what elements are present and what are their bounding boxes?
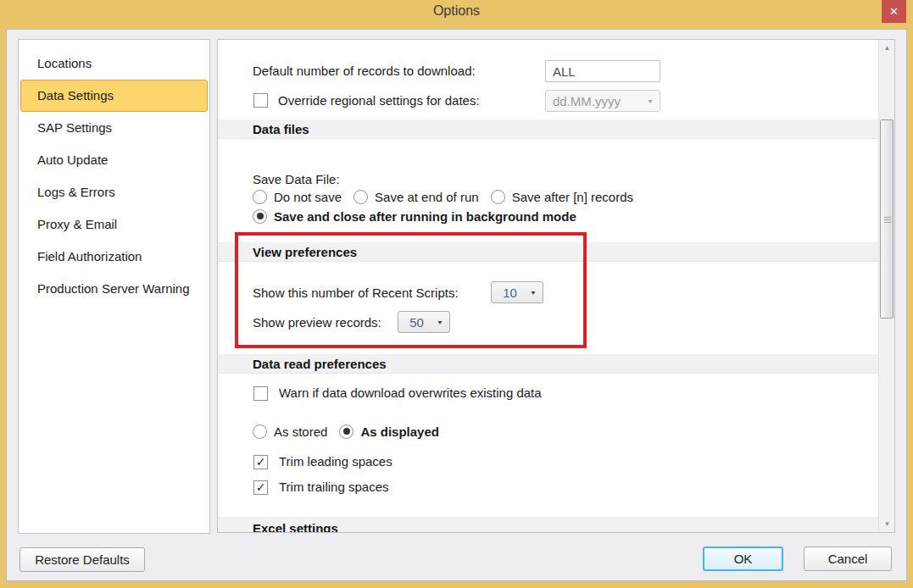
radio-as-stored[interactable]: As stored: [253, 422, 327, 441]
recent-scripts-dropdown[interactable]: 10 ▼: [491, 281, 543, 303]
title-bar: Options: [0, 0, 913, 29]
section-header-excel-settings: Excel settings: [218, 517, 879, 533]
scroll-up-button[interactable]: ▲: [880, 41, 894, 55]
cancel-button[interactable]: Cancel: [804, 546, 892, 571]
default-records-input[interactable]: [545, 60, 660, 82]
recent-scripts-label: Show this number of Recent Scripts:: [253, 284, 459, 302]
scrollbar-grip-icon: [884, 219, 891, 220]
sidebar-item-proxy-email[interactable]: Proxy & Email: [20, 208, 208, 241]
radio-label: Save at end of run: [375, 190, 479, 204]
preview-records-value: 50: [398, 315, 435, 330]
save-data-file-label: Save Data File:: [253, 170, 340, 189]
radio-save-and-close-background[interactable]: Save and close after running in backgrou…: [253, 207, 576, 225]
section-header-data-files: Data files: [218, 119, 879, 139]
data-read-radio-group: As stored As displayed: [253, 422, 439, 441]
sidebar-nav: Locations Data Settings SAP Settings Aut…: [18, 39, 210, 534]
sidebar-item-auto-update[interactable]: Auto Update: [20, 144, 208, 176]
scrollbar[interactable]: ▲ ▼: [878, 40, 894, 532]
save-data-file-radio-group: Do not save Save at end of run Save afte…: [253, 187, 633, 206]
radio-icon: [354, 190, 368, 204]
radio-label: As stored: [274, 424, 327, 439]
chevron-down-icon: ▼: [528, 289, 543, 296]
preview-records-dropdown[interactable]: 50 ▼: [398, 311, 450, 333]
warn-overwrite-label: Warn if data download overwrites existin…: [279, 384, 542, 402]
radio-icon: [253, 190, 267, 204]
radio-icon: [253, 424, 267, 439]
radio-label: As displayed: [360, 424, 439, 439]
sidebar-item-production-server-warning[interactable]: Production Server Warning: [20, 273, 208, 305]
section-header-view-preferences: View preferences: [218, 242, 879, 262]
radio-selected-icon: [339, 424, 354, 439]
trim-trailing-checkbox[interactable]: ✓: [253, 480, 268, 495]
preview-records-label: Show preview records:: [253, 313, 381, 332]
radio-do-not-save[interactable]: Do not save: [253, 187, 342, 206]
sidebar-item-field-authorization[interactable]: Field Authorization: [20, 241, 208, 273]
date-format-dropdown: dd.MM.yyyy ▼: [545, 90, 660, 112]
radio-selected-icon: [253, 209, 267, 224]
settings-panel: Default number of records to download: O…: [217, 39, 895, 533]
sidebar-item-locations[interactable]: Locations: [20, 47, 208, 80]
window-title: Options: [0, 3, 913, 19]
scroll-down-icon: ▼: [884, 520, 891, 528]
sidebar-item-data-settings[interactable]: Data Settings: [20, 80, 208, 112]
radio-label: Save and close after running in backgrou…: [274, 209, 576, 224]
dialog-body: Locations Data Settings SAP Settings Aut…: [6, 29, 907, 581]
settings-content: Default number of records to download: O…: [218, 40, 879, 532]
sidebar-item-logs-errors[interactable]: Logs & Errors: [20, 176, 208, 208]
radio-label: Save after [n] records: [512, 190, 633, 204]
save-data-file-radio-group-row2: Save and close after running in backgrou…: [253, 207, 576, 225]
check-icon: ✓: [256, 481, 266, 493]
section-header-data-read-preferences: Data read preferences: [218, 354, 879, 374]
warn-overwrite-checkbox[interactable]: [253, 386, 268, 401]
default-records-label: Default number of records to download:: [253, 62, 476, 80]
scroll-up-icon: ▲: [884, 44, 891, 52]
restore-defaults-button[interactable]: Restore Defaults: [19, 547, 145, 572]
radio-save-after-n-records[interactable]: Save after [n] records: [491, 187, 633, 206]
radio-as-displayed[interactable]: As displayed: [339, 422, 439, 441]
ok-button[interactable]: OK: [703, 546, 783, 571]
radio-icon: [491, 190, 505, 204]
chevron-down-icon: ▼: [645, 97, 660, 104]
chevron-down-icon: ▼: [435, 319, 449, 325]
trim-trailing-label: Trim trailing spaces: [279, 478, 388, 496]
scrollbar-thumb[interactable]: [880, 119, 894, 319]
override-dates-label: Override regional settings for dates:: [278, 92, 480, 110]
radio-save-at-end-of-run[interactable]: Save at end of run: [354, 187, 479, 206]
close-button[interactable]: ✕: [882, 0, 906, 23]
date-format-value: dd.MM.yyyy: [546, 94, 645, 108]
options-dialog: Options ✕ Locations Data Settings SAP Se…: [0, 0, 913, 588]
check-icon: ✓: [256, 456, 266, 468]
trim-leading-checkbox[interactable]: ✓: [253, 455, 268, 469]
recent-scripts-value: 10: [492, 286, 528, 300]
override-dates-checkbox[interactable]: [253, 93, 268, 108]
trim-leading-label: Trim leading spaces: [279, 452, 392, 471]
close-icon: ✕: [889, 5, 899, 18]
sidebar-item-sap-settings[interactable]: SAP Settings: [20, 112, 208, 144]
radio-label: Do not save: [274, 190, 342, 204]
scroll-down-button[interactable]: ▼: [880, 517, 894, 531]
